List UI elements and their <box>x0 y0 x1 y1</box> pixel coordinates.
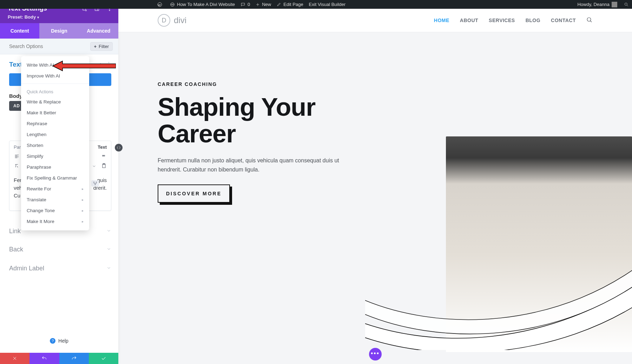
section-background[interactable]: Back <box>9 243 111 253</box>
svg-point-8 <box>108 62 109 63</box>
filter-button[interactable]: +Filter <box>90 42 113 51</box>
editor-text-tab[interactable]: Text <box>98 144 107 150</box>
cancel-button[interactable] <box>0 353 29 364</box>
logo-text: divi <box>174 15 186 25</box>
menu-translate[interactable]: Translate <box>21 194 89 205</box>
hero-section: CAREER COACHING Shaping Your Career Ferm… <box>118 32 632 364</box>
admin-new-label: New <box>262 2 271 7</box>
hero-paragraph[interactable]: Fermentum nulla non justo aliquet, quis … <box>158 156 361 174</box>
ai-actions-menu: Write With AI Improve With AI Quick Acti… <box>21 56 89 230</box>
undo-button[interactable] <box>29 353 59 364</box>
paste-icon[interactable] <box>101 163 107 170</box>
admin-comments[interactable]: 0 <box>238 0 253 9</box>
menu-fix-spelling[interactable]: Fix Spelling & Grammar <box>21 173 89 183</box>
svg-point-13 <box>93 182 94 182</box>
nav-blog[interactable]: BLOG <box>526 18 540 23</box>
menu-paraphrase[interactable]: Paraphrase <box>21 162 89 173</box>
menu-write-replace[interactable]: Write & Replace <box>21 96 89 107</box>
hero-cta-button[interactable]: DISCOVER MORE <box>158 184 230 203</box>
search-input[interactable] <box>0 39 90 54</box>
clear-format-icon[interactable] <box>14 163 19 170</box>
admin-exit-vb-label: Exit Visual Builder <box>309 2 346 7</box>
site-header: D divi HOME ABOUT SERVICES BLOG CONTACT <box>118 9 632 32</box>
svg-point-14 <box>96 182 97 182</box>
menu-change-tone[interactable]: Change Tone <box>21 205 89 216</box>
page-preview: D divi HOME ABOUT SERVICES BLOG CONTACT … <box>118 9 632 364</box>
wp-logo-menu[interactable] <box>154 0 167 9</box>
svg-point-15 <box>95 184 96 185</box>
admin-new[interactable]: New <box>253 0 274 9</box>
menu-improve-with-ai[interactable]: Improve With AI <box>21 70 89 81</box>
tab-design[interactable]: Design <box>39 23 79 39</box>
menu-quick-actions-header: Quick Actions <box>21 86 89 96</box>
admin-site-title-text: How To Make A Divi Website <box>177 2 235 7</box>
help-link[interactable]: ? Help <box>0 338 118 344</box>
panel-action-bar <box>0 353 118 364</box>
svg-point-10 <box>108 65 109 66</box>
hero-eyebrow: CAREER COACHING <box>158 81 361 87</box>
quote-icon[interactable] <box>100 153 107 160</box>
chevron-down-icon <box>106 246 111 253</box>
site-logo[interactable]: D divi <box>158 14 186 27</box>
section-background-label: Back <box>9 246 23 253</box>
menu-lengthen[interactable]: Lengthen <box>21 129 89 140</box>
avatar <box>612 2 617 7</box>
filter-label: Filter <box>99 44 109 49</box>
admin-howdy[interactable]: Howdy, Deanna <box>574 0 620 9</box>
admin-edit-page-label: Edit Page <box>283 2 303 7</box>
redo-button[interactable] <box>59 353 89 364</box>
panel-tabs: Content Design Advanced <box>0 23 118 39</box>
section-admin-label[interactable]: Admin Label <box>9 262 111 272</box>
admin-search-icon[interactable] <box>624 2 629 7</box>
hero-image <box>446 136 632 352</box>
help-icon: ? <box>50 338 55 344</box>
menu-rewrite-for[interactable]: Rewrite For <box>21 183 89 194</box>
chevron-down-icon: ▾ <box>37 15 39 19</box>
chevron-down-icon <box>106 265 111 272</box>
panel-search-row: +Filter <box>0 39 118 54</box>
hero-headline[interactable]: Shaping Your Career <box>158 94 361 147</box>
section-more-icon[interactable] <box>106 61 111 68</box>
dynamic-content-icon[interactable] <box>91 180 99 187</box>
primary-nav: HOME ABOUT SERVICES BLOG CONTACT <box>434 17 593 24</box>
admin-comments-count: 0 <box>248 2 250 7</box>
wp-admin-bar: How To Make A Divi Website 0 New Edit Pa… <box>0 0 632 9</box>
menu-rephrase[interactable]: Rephrase <box>21 118 89 129</box>
admin-site-title[interactable]: How To Make A Divi Website <box>167 0 238 9</box>
tab-content[interactable]: Content <box>0 23 39 39</box>
builder-fab[interactable]: ••• <box>369 348 382 360</box>
menu-make-it-more[interactable]: Make It More <box>21 216 89 227</box>
save-button[interactable] <box>89 353 118 364</box>
svg-point-2 <box>625 3 627 5</box>
nav-home[interactable]: HOME <box>434 18 449 23</box>
dropdown-icon[interactable] <box>92 163 96 170</box>
section-link-label: Link <box>9 228 21 235</box>
section-text-title[interactable]: Text <box>9 61 22 68</box>
menu-write-with-ai[interactable]: Write With AI <box>21 60 89 70</box>
tab-advanced[interactable]: Advanced <box>79 23 118 39</box>
preset-label: Preset: Body <box>8 14 36 20</box>
svg-point-17 <box>587 18 591 21</box>
nav-services[interactable]: SERVICES <box>489 18 515 23</box>
svg-point-1 <box>171 2 175 6</box>
menu-separator <box>21 83 89 84</box>
nav-search-icon[interactable] <box>586 17 593 24</box>
svg-point-7 <box>109 10 110 11</box>
help-label: Help <box>58 338 68 344</box>
panel-resize-handle[interactable] <box>115 144 123 151</box>
svg-point-9 <box>108 63 109 64</box>
admin-exit-vb[interactable]: Exit Visual Builder <box>306 0 349 9</box>
menu-make-it-better[interactable]: Make It Better <box>21 107 89 118</box>
logo-mark-icon: D <box>158 14 170 27</box>
preset-selector[interactable]: Preset: Body▾ <box>8 14 113 20</box>
admin-edit-page[interactable]: Edit Page <box>274 0 306 9</box>
nav-about[interactable]: ABOUT <box>460 18 478 23</box>
menu-shorten[interactable]: Shorten <box>21 140 89 151</box>
chevron-up-icon[interactable] <box>98 61 103 68</box>
menu-simplify[interactable]: Simplify <box>21 151 89 162</box>
align-left-icon[interactable] <box>14 153 20 160</box>
nav-contact[interactable]: CONTACT <box>551 18 576 23</box>
section-admin-label-text: Admin Label <box>9 265 44 272</box>
admin-howdy-label: Howdy, Deanna <box>577 2 610 7</box>
chevron-down-icon <box>106 228 111 235</box>
